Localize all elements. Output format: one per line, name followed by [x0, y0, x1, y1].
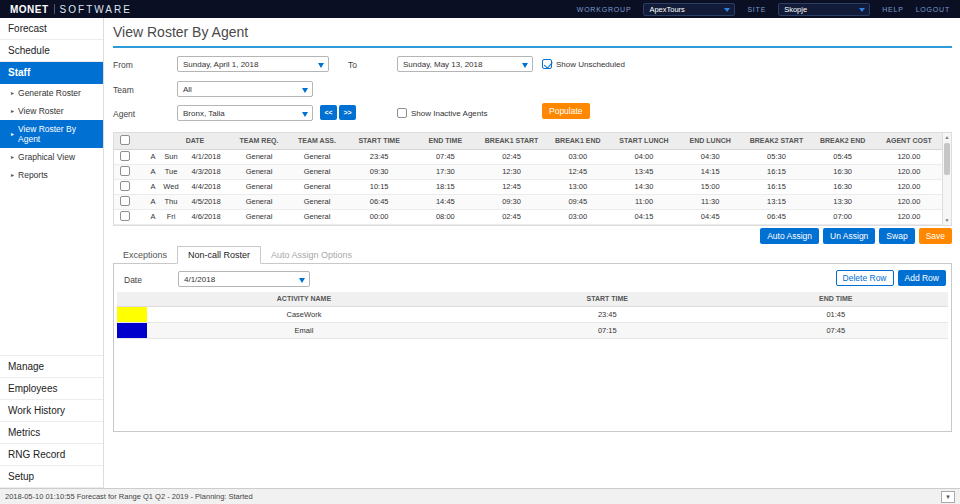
sidebar-item[interactable]: Work History	[0, 400, 103, 422]
sidebar-item[interactable]: Staff	[0, 62, 103, 84]
status-dropdown[interactable]: ▾	[941, 491, 955, 503]
sidebar-item[interactable]: Schedule	[0, 40, 103, 62]
row-checkbox[interactable]	[120, 166, 130, 176]
sidebar-item-label: Metrics	[8, 427, 40, 438]
checkbox-box	[397, 108, 407, 118]
scroll-down-icon[interactable]: ▼	[943, 216, 951, 225]
agent-cost-cell: 120.00	[876, 209, 942, 224]
roster-row[interactable]: A Sun 4/1/2018 General General 23:45 07:…	[114, 149, 942, 164]
sidebar-subitem-label: View Roster	[18, 106, 64, 116]
site-select[interactable]: Skopje	[778, 3, 870, 16]
day-cell: Sun	[160, 149, 182, 164]
sidebar-subitem[interactable]: ▸ Graphical View	[0, 148, 103, 166]
agent-cost-cell: 120.00	[876, 164, 942, 179]
break2-start-header: BREAK2 START	[743, 133, 809, 149]
activity-cell: Email	[117, 322, 491, 338]
sidebar-item[interactable]: RNG Record	[0, 444, 103, 466]
sidebar-item-label: RNG Record	[8, 449, 65, 460]
end-lunch-header: END LUNCH	[677, 133, 743, 149]
agent-cost-cell: 120.00	[876, 149, 942, 164]
help-link[interactable]: HELP	[882, 6, 904, 13]
sidebar-subitem[interactable]: ▸ Generate Roster	[0, 84, 103, 102]
workgroup-select[interactable]: ApexTours	[643, 3, 735, 16]
end-lunch-cell: 04:30	[677, 149, 743, 164]
blank-cell	[136, 194, 146, 209]
day-cell: Wed	[160, 179, 182, 194]
start-time-cell: 09:30	[346, 164, 412, 179]
break2-end-cell: 16:30	[810, 164, 876, 179]
logo-software: SOFTWARE	[60, 4, 132, 15]
agent-select[interactable]: Bronx, Talia	[177, 105, 313, 121]
date-select[interactable]: 4/1/2018	[178, 271, 310, 287]
roster-row[interactable]: A Tue 4/3/2018 General General 09:30 17:…	[114, 164, 942, 179]
tab[interactable]: Auto Assign Options	[261, 247, 362, 263]
end-time-cell: 07:45	[412, 149, 478, 164]
sidebar-subitem[interactable]: ▸ Reports	[0, 166, 103, 184]
logo-separator	[54, 4, 55, 14]
noncall-row[interactable]: CaseWork 23:45 01:45	[117, 306, 948, 322]
prev-agent-button[interactable]: <<	[320, 105, 337, 120]
row-checkbox[interactable]	[120, 181, 130, 191]
roster-scrollbar[interactable]: ▲ ▼	[942, 133, 951, 225]
swap-button[interactable]: Swap	[879, 228, 914, 244]
show-inactive-checkbox[interactable]: Show Inactive Agents	[397, 108, 488, 118]
scrollbar-thumb[interactable]	[944, 143, 950, 175]
break1-end-cell: 12:45	[545, 164, 611, 179]
start-time-cell: 10:15	[346, 179, 412, 194]
sidebar-item[interactable]: Employees	[0, 378, 103, 400]
sidebar-item[interactable]: Forecast	[0, 18, 103, 40]
activity-color-swatch	[117, 323, 147, 338]
sidebar-item[interactable]: Metrics	[0, 422, 103, 444]
break2-end-cell: 16:30	[810, 179, 876, 194]
break2-start-cell: 06:45	[743, 209, 809, 224]
select-all-checkbox[interactable]	[120, 135, 130, 145]
blank-cell	[136, 179, 146, 194]
start-lunch-cell: 11:00	[611, 194, 677, 209]
row-checkbox[interactable]	[120, 211, 130, 221]
sidebar-subitem-label: Graphical View	[18, 152, 75, 162]
tab[interactable]: Exceptions	[113, 247, 177, 263]
team-select[interactable]: All	[177, 81, 313, 97]
logout-link[interactable]: LOGOUT	[916, 6, 950, 13]
next-agent-button[interactable]: >>	[339, 105, 356, 120]
sidebar-item[interactable]: Setup	[0, 466, 103, 488]
from-date-select[interactable]: Sunday, April 1, 2018	[177, 56, 329, 72]
roster-row[interactable]: A Wed 4/4/2018 General General 10:15 18:…	[114, 179, 942, 194]
un-assign-button[interactable]: Un Assign	[823, 228, 875, 244]
break2-end-cell: 05:45	[810, 149, 876, 164]
break1-start-cell: 12:45	[478, 179, 544, 194]
to-date-select[interactable]: Sunday, May 13, 2018	[397, 56, 533, 72]
auto-assign-button[interactable]: Auto Assign	[760, 228, 819, 244]
delete-row-button[interactable]: Delete Row	[836, 270, 894, 286]
day-cell: Thu	[160, 194, 182, 209]
noncall-row[interactable]: Email 07:15 07:45	[117, 322, 948, 338]
roster-row[interactable]: A Thu 4/5/2018 General General 06:45 14:…	[114, 194, 942, 209]
flag-cell: A	[146, 149, 160, 164]
tab[interactable]: Non-call Roster	[177, 246, 261, 264]
flag-cell: A	[146, 179, 160, 194]
tab-label: Non-call Roster	[188, 250, 250, 260]
row-checkbox[interactable]	[120, 196, 130, 206]
row-checkbox[interactable]	[120, 151, 130, 161]
from-label: From	[113, 60, 133, 70]
sidebar-subitem[interactable]: ▸ View Roster	[0, 102, 103, 120]
scroll-up-icon[interactable]: ▲	[943, 133, 951, 142]
roster-row[interactable]: A Fri 4/6/2018 General General 00:00 08:…	[114, 209, 942, 224]
to-label: To	[348, 60, 357, 70]
sidebar-item-label: Manage	[8, 361, 44, 372]
populate-button[interactable]: Populate	[542, 103, 590, 119]
noncall-panel: Date 4/1/2018 Delete Row Add Row ACTIVIT…	[113, 264, 952, 432]
flag-header	[146, 133, 160, 149]
save-button[interactable]: Save	[919, 228, 952, 244]
show-unscheduled-checkbox[interactable]: Show Unscheduled	[542, 59, 625, 69]
break2-start-cell: 05:30	[743, 149, 809, 164]
end-time-header: END TIME	[412, 133, 478, 149]
date-cell: 4/1/2018	[182, 149, 230, 164]
add-row-button[interactable]: Add Row	[898, 270, 947, 286]
sidebar-spacer	[0, 184, 103, 355]
sidebar-subitem[interactable]: ▸ View Roster By Agent	[0, 120, 103, 148]
top-bar: MONET SOFTWARE WORKGROUP ApexTours SITE …	[0, 0, 960, 18]
logo-monet: MONET	[10, 4, 49, 15]
sidebar-item[interactable]: Manage	[0, 356, 103, 378]
site-label: SITE	[747, 6, 766, 13]
